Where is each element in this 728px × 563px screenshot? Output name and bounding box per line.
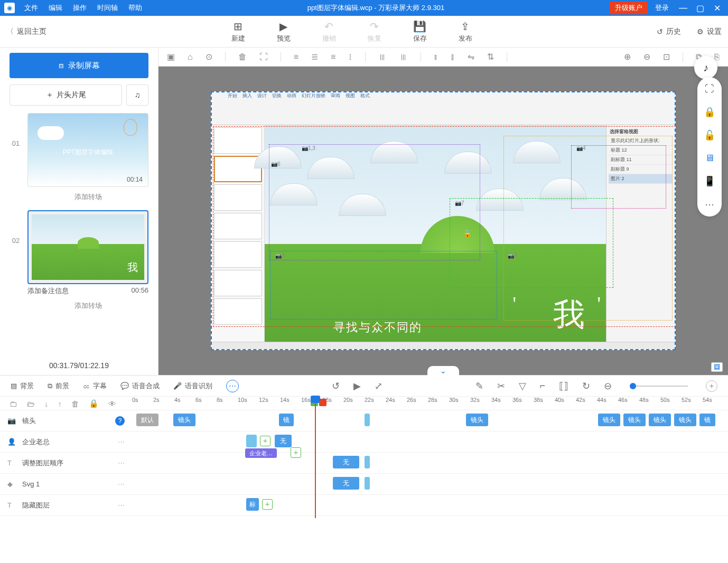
more-tabs-button[interactable]: ⋯ bbox=[226, 380, 239, 392]
lock-open-icon[interactable]: 🔓 bbox=[704, 129, 715, 141]
clip-bar[interactable] bbox=[365, 456, 370, 468]
magnet-icon[interactable]: ⌐ bbox=[540, 380, 546, 391]
zoom-fit-icon[interactable]: ⊡ bbox=[663, 52, 670, 62]
play-icon[interactable]: ▶ bbox=[353, 380, 361, 392]
minimize-icon[interactable]: — bbox=[676, 3, 690, 13]
scene-item-1[interactable]: 01 PPT图层字体编辑 00:14 添加转场 bbox=[10, 113, 148, 207]
clip-lens[interactable]: 镜头 bbox=[466, 414, 488, 426]
maximize-icon[interactable]: ▢ bbox=[693, 3, 707, 13]
image-mode-icon[interactable]: 🖼 bbox=[711, 362, 723, 372]
redo-button[interactable]: ↷恢复 bbox=[368, 20, 381, 43]
expand-icon[interactable]: ⤢ bbox=[375, 380, 382, 392]
home-icon[interactable]: ⌂ bbox=[188, 52, 193, 62]
add-transition-2[interactable]: 添加转场 bbox=[27, 296, 148, 316]
add-track-button[interactable]: ＋ bbox=[706, 380, 717, 392]
track-more-icon[interactable]: ⋯ bbox=[118, 438, 125, 446]
flip-v-icon[interactable]: ⇅ bbox=[487, 52, 494, 62]
tab-foreground[interactable]: ⧉前景 bbox=[48, 381, 69, 391]
track-more-icon[interactable]: ⋯ bbox=[118, 501, 125, 509]
flip-h-icon[interactable]: ⇋ bbox=[468, 52, 474, 62]
rewind-icon[interactable]: ↺ bbox=[332, 380, 340, 392]
collapse-handle[interactable]: ⌄ bbox=[427, 366, 459, 376]
down-icon[interactable]: ↓ bbox=[44, 399, 49, 408]
delete-icon[interactable]: 🗑 bbox=[71, 399, 79, 408]
clip-lens[interactable]: 镜 bbox=[279, 414, 294, 426]
clip-lens[interactable]: 镜头 bbox=[598, 414, 620, 426]
align-center-icon[interactable]: ≣ bbox=[311, 52, 318, 62]
clip-label[interactable]: 标 bbox=[246, 498, 259, 511]
lock-closed-icon[interactable]: 🔒 bbox=[704, 106, 715, 118]
align-top-icon[interactable]: ⫶ bbox=[348, 52, 352, 62]
more-circle-icon[interactable]: ⊙ bbox=[206, 52, 212, 62]
tab-asr[interactable]: 🎤语音识别 bbox=[173, 381, 212, 391]
clip-lens[interactable]: 镜头 bbox=[674, 414, 696, 426]
history-button[interactable]: ↺历史 bbox=[657, 27, 681, 36]
scene-item-2[interactable]: 02 我 添加备注信息 00:56 添加转场 bbox=[10, 210, 148, 316]
marker-red[interactable] bbox=[319, 399, 326, 406]
scene-thumbnail-1[interactable]: PPT图层字体编辑 00:14 bbox=[27, 113, 148, 187]
cut-icon[interactable]: ✂ bbox=[497, 380, 505, 392]
edit-icon[interactable]: ✎ bbox=[475, 380, 483, 392]
tab-tts[interactable]: 💬语音合成 bbox=[120, 381, 160, 391]
clip-lens[interactable]: 镜头 bbox=[649, 414, 671, 426]
music-button[interactable]: ♫ bbox=[126, 85, 148, 106]
zoom-in-icon[interactable]: ⊕ bbox=[624, 52, 631, 62]
canvas-stage[interactable]: 开始 插入 设计 切换 动画 幻灯片放映 审阅 视图 格式 bbox=[211, 91, 676, 350]
scene-thumbnail-2[interactable]: 我 bbox=[27, 210, 148, 284]
tab-background[interactable]: ▨背景 bbox=[11, 381, 34, 391]
save-button[interactable]: 💾保存 bbox=[413, 20, 427, 43]
align-center-v-icon[interactable]: ⫿ bbox=[451, 52, 455, 62]
loop-icon[interactable]: ↻ bbox=[582, 380, 590, 392]
align-middle-icon[interactable]: ⫾ bbox=[434, 52, 438, 62]
head-tail-button[interactable]: ＋片头片尾 bbox=[10, 85, 122, 106]
clip-none[interactable]: 无 bbox=[275, 435, 292, 447]
menu-timeline[interactable]: 时间轴 bbox=[97, 3, 118, 13]
clip-default[interactable]: 默认 bbox=[136, 414, 158, 426]
clip-bar[interactable] bbox=[246, 435, 257, 447]
add-keyframe-button[interactable]: ＋ bbox=[260, 436, 270, 446]
filter-icon[interactable]: ▽ bbox=[519, 380, 526, 392]
trash-icon[interactable]: 🗑 bbox=[238, 52, 247, 62]
mobile-icon[interactable]: 📱 bbox=[704, 175, 715, 187]
undo-button[interactable]: ↶撤销 bbox=[322, 20, 336, 43]
menu-edit[interactable]: 编辑 bbox=[49, 3, 62, 13]
desktop-icon[interactable]: 🖥 bbox=[705, 153, 714, 164]
menu-help[interactable]: 帮助 bbox=[128, 3, 142, 13]
help-icon[interactable]: ? bbox=[115, 416, 125, 426]
more-icon[interactable]: ⋯ bbox=[705, 199, 714, 210]
clip-lens[interactable]: 镜 bbox=[699, 414, 715, 426]
bracket-icon[interactable]: ⟦⟧ bbox=[559, 380, 568, 392]
up-icon[interactable]: ↑ bbox=[58, 399, 62, 408]
zoom-slider[interactable] bbox=[630, 386, 688, 387]
playhead[interactable] bbox=[315, 397, 316, 518]
clip-bar[interactable] bbox=[365, 477, 370, 490]
upgrade-button[interactable]: 升级账户 bbox=[610, 2, 648, 14]
layers-icon[interactable]: ▣ bbox=[167, 52, 175, 62]
zoom-out-icon[interactable]: ⊖ bbox=[643, 52, 650, 62]
folder-add-icon[interactable]: 🗁 bbox=[27, 399, 35, 408]
distribute-h-icon[interactable]: ⫼ bbox=[378, 52, 387, 62]
time-ruler[interactable]: 🗀 🗁 ↓ ↑ 🗑 🔒 👁 0s2s4s6s8s10s12s14s16s18s2… bbox=[0, 397, 728, 410]
canvas-stage-wrap[interactable]: ♪ 开始 插入 设计 切换 动画 幻灯片放映 审阅 视图 格式 bbox=[158, 67, 728, 375]
close-icon[interactable]: ✕ bbox=[710, 3, 724, 13]
distribute-v-icon[interactable]: ⫼ bbox=[399, 52, 408, 62]
align-left-icon[interactable]: ≡ bbox=[294, 52, 298, 62]
zoom-out-icon[interactable]: ⊖ bbox=[604, 380, 612, 392]
tab-subtitle[interactable]: ㏄字幕 bbox=[83, 381, 107, 391]
eye-icon[interactable]: 👁 bbox=[108, 399, 116, 408]
lock-icon[interactable]: 🔒 bbox=[89, 399, 99, 408]
settings-button[interactable]: ⚙设置 bbox=[697, 27, 722, 36]
clip-lens[interactable]: 镜头 bbox=[623, 414, 646, 426]
add-transition-1[interactable]: 添加转场 bbox=[27, 187, 148, 207]
preview-button[interactable]: ▶预览 bbox=[277, 20, 291, 43]
publish-button[interactable]: ⇪发布 bbox=[459, 20, 472, 43]
music-fab-button[interactable]: ♪ bbox=[694, 56, 717, 79]
clip-bar[interactable] bbox=[365, 414, 370, 426]
login-button[interactable]: 登录 bbox=[651, 2, 673, 14]
folder-new-icon[interactable]: 🗀 bbox=[10, 399, 17, 408]
clip-none[interactable]: 无 bbox=[333, 456, 359, 468]
add-keyframe-button[interactable]: ＋ bbox=[262, 499, 273, 510]
track-more-icon[interactable]: ⋯ bbox=[118, 480, 125, 488]
menu-action[interactable]: 操作 bbox=[73, 3, 87, 13]
clip-none[interactable]: 无 bbox=[333, 477, 359, 490]
